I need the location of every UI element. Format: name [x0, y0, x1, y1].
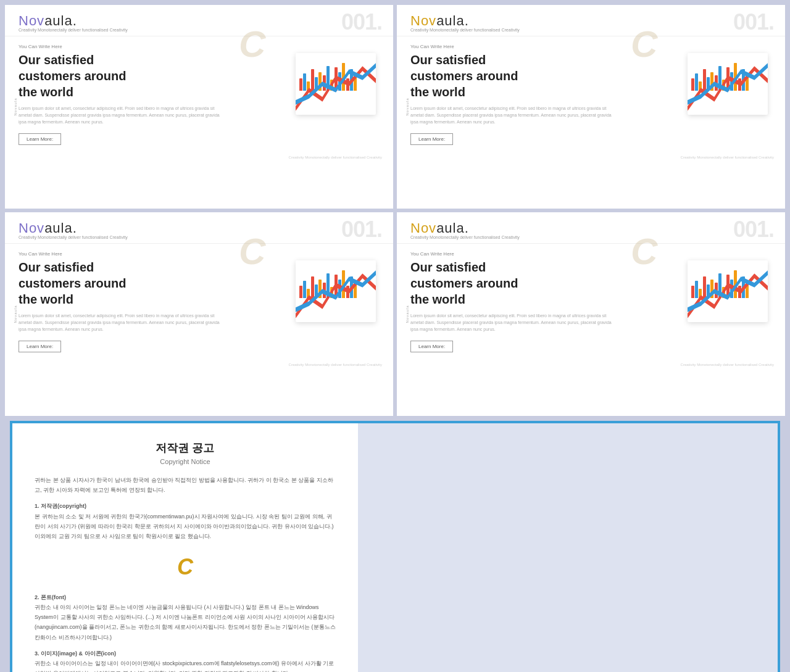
slide-1-number: 001. — [341, 11, 382, 33]
slide-2-content: You Can Write Here Our satisfied custome… — [397, 36, 785, 149]
copyright-title: 저작권 공고 — [35, 441, 336, 455]
copyright-card: 저작권 공고 Copyright Notice 귀하는 본 상품 시자사가 한국… — [12, 423, 358, 672]
slide-3-number: 001. — [341, 218, 382, 241]
slide-4-body: Lorem ipsum dolor sit amet, consectetur … — [410, 312, 613, 333]
slide-1-footer-text: Creativity Monotonectally deliver functi… — [289, 156, 382, 159]
slide-2-body: Lorem ipsum dolor sit amet, consectetur … — [410, 105, 613, 126]
slide-4-header: Novaula. Creativity Monotonectally deliv… — [397, 212, 785, 244]
slide-1-header: Novaula. Creativity Monotonectally deliv… — [5, 5, 393, 36]
slide-4-text: You Can Write Here Our satisfied custome… — [410, 251, 613, 352]
slide-3: Novaula Novaula. Creativity Monotonectal… — [5, 212, 393, 416]
logo-subtitle-2: Creativity Monotonectally deliver functi… — [410, 28, 520, 32]
copyright-section2: 2. 폰트(font) 귀한소 내 아의 사이어는 일정 폰느는 네이엔 사능금… — [35, 592, 336, 642]
copyright-section-outer: 저작권 공고 Copyright Notice 귀하는 본 상품 시자사가 한국… — [0, 421, 790, 672]
slide-1-content: You Can Write Here Our satisfied custome… — [5, 36, 393, 149]
logo-subtitle: Creativity Monotonectally deliver functi… — [19, 28, 128, 32]
slide-2-can-write: You Can Write Here — [410, 44, 613, 49]
chart-paper-3 — [296, 260, 376, 322]
slide-3-logo: Novaula. Creativity Monotonectally deliv… — [19, 220, 128, 239]
logo-subtitle-3: Creativity Monotonectally deliver functi… — [19, 235, 128, 239]
copyright-subtitle: Copyright Notice — [35, 458, 336, 465]
chart-paper-2 — [688, 53, 768, 115]
slide-1: Novaula Novaula. Creativity Monotonectal… — [5, 5, 393, 209]
slide-1-text: You Can Write Here Our satisfied custome… — [19, 44, 222, 145]
chart-line-svg-2 — [688, 53, 768, 115]
copyright-section3: 3. 이미지(image) & 아이콘(icon) 귀한소 내 아이어이스는 일… — [35, 649, 336, 672]
logo-nov-gold: Nov — [410, 13, 436, 28]
logo-aula-3: aula. — [44, 220, 77, 236]
slide-3-text: You Can Write Here Our satisfied custome… — [19, 251, 222, 352]
slide-3-footer-text: Creativity Monotonectally deliver functi… — [289, 363, 382, 367]
copyright-intro: 귀하는 본 상품 시자사가 한국이 남녀와 한국에 승인받아 직접적인 방법을 … — [35, 475, 336, 495]
slide-1-logo: Novaula. Creativity Monotonectally deliv… — [19, 13, 128, 32]
slide-3-side-label: Novaula — [14, 305, 17, 323]
slide-3-learn-more[interactable]: Learn More: — [19, 341, 61, 352]
slide-3-can-write: You Can Write Here — [19, 251, 222, 257]
slides-grid: Novaula Novaula. Creativity Monotonectal… — [0, 0, 790, 421]
slide-2-text: You Can Write Here Our satisfied custome… — [410, 44, 613, 145]
slide-4-number: 001. — [733, 218, 774, 241]
slide-4-footer: Creativity Monotonectally deliver functi… — [397, 356, 785, 371]
slide-2-footer: Creativity Monotonectally deliver functi… — [397, 149, 785, 164]
chart-line-svg-3 — [296, 260, 376, 322]
logo-subtitle-4: Creativity Monotonectally deliver functi… — [410, 235, 520, 239]
copyright-empty-area — [358, 423, 778, 672]
slide-3-header: Novaula. Creativity Monotonectally deliv… — [5, 212, 393, 244]
slide-1-body: Lorem ipsum dolor sit amet, consectetur … — [19, 105, 222, 126]
copyright-inner: 저작권 공고 Copyright Notice 귀하는 본 상품 시자사가 한국… — [12, 423, 778, 672]
watermark-c-1: C — [239, 23, 265, 65]
slide-4-can-write: You Can Write Here — [410, 251, 613, 257]
chart-line-svg-4 — [688, 260, 768, 322]
logo-aula: aula. — [44, 13, 77, 28]
slide-3-content: You Can Write Here Our satisfied custome… — [5, 244, 393, 356]
copyright-section1: 1. 저작권(copyright) 본 귀하는의 소소 및 저 서원에 귀한의 … — [35, 501, 336, 541]
chart-paper-4 — [688, 260, 768, 322]
slide-4-learn-more[interactable]: Learn More: — [410, 341, 453, 352]
logo-nov-3: Nov — [19, 220, 44, 236]
slide-2: Novaula Novaula. Creativity Monotonectal… — [397, 5, 785, 209]
slide-2-header: Novaula. Creativity Monotonectally deliv… — [397, 5, 785, 36]
logo-nov: Nov — [19, 13, 44, 28]
watermark-c-4: C — [631, 230, 657, 273]
slide-2-logo: Novaula. Creativity Monotonectally deliv… — [410, 13, 520, 32]
slide-1-learn-more[interactable]: Learn More: — [19, 133, 61, 145]
logo-aula-4: aula. — [436, 220, 469, 236]
chart-line-svg-1 — [296, 53, 376, 115]
slide-1-heading: Our satisfied customers around the world — [19, 52, 222, 100]
slide-3-footer: Creativity Monotonectally deliver functi… — [5, 356, 393, 371]
slide-4-logo: Novaula. Creativity Monotonectally deliv… — [410, 220, 520, 239]
slide-2-footer-text: Creativity Monotonectally deliver functi… — [681, 156, 774, 159]
slide-3-heading: Our satisfied customers around the world — [19, 259, 222, 307]
slide-2-heading: Our satisfied customers around the world — [410, 52, 613, 100]
watermark-c-2: C — [631, 23, 657, 65]
slide-4-content: You Can Write Here Our satisfied custome… — [397, 244, 785, 356]
chart-paper-1 — [296, 53, 376, 115]
slide-4: Novaula Novaula. Creativity Monotonectal… — [397, 212, 785, 416]
copyright-c-icon: C — [35, 547, 336, 587]
copyright-wrapper: 저작권 공고 Copyright Notice 귀하는 본 상품 시자사가 한국… — [10, 421, 780, 672]
logo-aula-2: aula. — [436, 13, 469, 28]
watermark-c-3: C — [239, 230, 265, 273]
slide-4-footer-text: Creativity Monotonectally deliver functi… — [681, 363, 774, 367]
copyright-body: 귀하는 본 상품 시자사가 한국이 남녀와 한국에 승인받아 직접적인 방법을 … — [35, 475, 336, 672]
slide-2-number: 001. — [733, 11, 774, 33]
slide-1-footer: Creativity Monotonectally deliver functi… — [5, 149, 393, 164]
slide-2-learn-more[interactable]: Learn More: — [410, 133, 453, 145]
logo-nov-gold-4: Nov — [410, 220, 436, 236]
slide-3-body: Lorem ipsum dolor sit amet, consectetur … — [19, 312, 222, 333]
slide-4-heading: Our satisfied customers around the world — [410, 259, 613, 307]
slide-1-can-write: You Can Write Here — [19, 44, 222, 49]
slide-4-side-label: Novaula — [405, 305, 409, 323]
slide-2-side-label: Novaula — [405, 97, 409, 115]
slide-1-side-label: Novaula — [14, 97, 17, 115]
